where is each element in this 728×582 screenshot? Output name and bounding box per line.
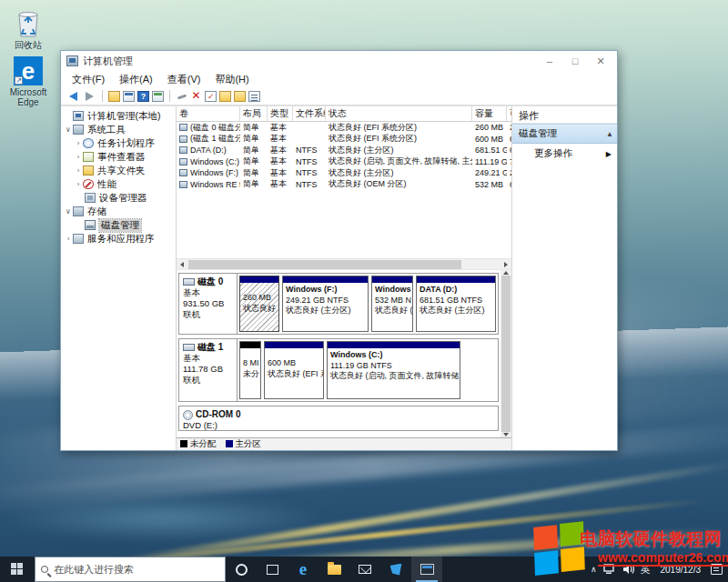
volume-row[interactable]: (磁盘 1 磁盘分区 2) 简单 基本 状态良好 (EFI 系统分区) 600 … (177, 134, 511, 146)
close-button[interactable]: ✕ (588, 52, 613, 70)
menu-file[interactable]: 文件(F) (65, 73, 112, 86)
volume-row[interactable]: Windows (C:) 简单 基本 NTFS 状态良好 (启动, 页面文件, … (177, 156, 511, 168)
back-icon[interactable] (66, 90, 80, 103)
chevron-right-icon[interactable]: › (74, 166, 83, 175)
ime-indicator[interactable]: 英 (641, 563, 651, 577)
properties-icon[interactable] (205, 91, 217, 102)
disk0-label[interactable]: 磁盘 0 基本 931.50 GB 联机 (179, 274, 238, 334)
menu-action[interactable]: 操作(A) (112, 73, 160, 86)
partition-unallocated[interactable]: 8 MI 未分 (239, 341, 261, 399)
col-type[interactable]: 类型 (268, 106, 293, 121)
hidden-icons-chevron[interactable]: ∧ (591, 565, 597, 574)
maximize-button[interactable]: □ (562, 52, 588, 70)
chevron-right-icon[interactable]: › (64, 235, 73, 243)
tree-item-device-manager[interactable]: 设备管理器 (61, 191, 176, 205)
vertical-scrollbar[interactable] (500, 270, 511, 437)
col-volume[interactable]: 卷 (177, 106, 240, 121)
col-layout[interactable]: 布局 (240, 106, 268, 121)
console-tree-icon[interactable] (123, 91, 135, 102)
tree-item-storage[interactable]: ∨ 存储 (61, 205, 176, 218)
menu-help[interactable]: 帮助(H) (207, 73, 256, 86)
start-button[interactable] (0, 557, 35, 582)
clock-date[interactable]: 2019/12/3 (657, 565, 705, 575)
volume-row[interactable]: Windows RE tools 简单 基本 NTFS 状态良好 (OEM 分区… (177, 179, 511, 191)
menu-view[interactable]: 查看(V) (160, 73, 208, 86)
speaker-icon[interactable] (622, 564, 634, 575)
chevron-right-icon[interactable]: › (74, 180, 83, 188)
recycle-bin-shortcut[interactable]: 回收站 (0, 7, 56, 50)
file-explorer-button[interactable] (318, 557, 349, 582)
actions-group-disk-management[interactable]: 磁盘管理 ▲ (512, 124, 617, 144)
taskbar-search[interactable] (35, 557, 226, 582)
horizontal-scrollbar[interactable] (177, 258, 511, 269)
cdrom-icon (183, 410, 193, 420)
tree-item-shared-folders[interactable]: › 共享文件夹 (61, 164, 176, 177)
search-input[interactable] (54, 564, 199, 575)
partition-data-d[interactable]: DATA (D:) 681.51 GB NTFS 状态良好 (主分区) (416, 276, 496, 332)
export-list-icon[interactable] (108, 91, 120, 102)
col-filesystem[interactable]: 文件系统 (293, 106, 326, 121)
partition-efi-disk1[interactable]: 600 MB 状态良好 (EFI 系统分 (264, 341, 324, 399)
disk0-row: 磁盘 0 基本 931.50 GB 联机 260 MB 状态良好 Window (178, 273, 499, 335)
view-list-icon[interactable] (248, 91, 260, 102)
task-view-button[interactable] (257, 557, 288, 582)
action-center-icon[interactable] (711, 564, 723, 575)
mail-button[interactable] (349, 557, 380, 582)
volume-row[interactable]: DATA (D:) 简单 基本 NTFS 状态良好 (主分区) 681.51 G… (177, 145, 511, 156)
light-streak (0, 496, 328, 541)
partition-windows-c[interactable]: Windows (C:) 111.19 GB NTFS 状态良好 (启动, 页面… (327, 341, 460, 399)
scroll-right-icon[interactable] (500, 259, 511, 270)
titlebar[interactable]: 计算机管理 – □ ✕ (61, 51, 617, 71)
edge-shortcut[interactable]: e ↗ Microsoft Edge (0, 56, 56, 107)
volume-list: 卷 布局 类型 文件系统 状态 容量 可用空间 (磁盘 0 磁盘分区 1) 简单… (177, 106, 511, 258)
tree-item-services[interactable]: › 服务和应用程序 (61, 232, 176, 246)
chevron-right-icon[interactable]: › (74, 139, 83, 147)
tree-root[interactable]: 计算机管理(本地) (61, 109, 176, 123)
tree-item-event-viewer[interactable]: › 事件查看器 (61, 150, 176, 164)
col-capacity[interactable]: 容量 (472, 106, 507, 121)
volume-row[interactable]: (磁盘 0 磁盘分区 1) 简单 基本 状态良好 (EFI 系统分区) 260 … (177, 122, 511, 134)
submenu-arrow-icon: ▶ (606, 150, 612, 158)
edge-taskbar-button[interactable]: e (288, 557, 318, 582)
partition-efi-disk0[interactable]: 260 MB 状态良好 (239, 276, 279, 332)
scroll-left-icon[interactable] (177, 259, 187, 270)
partition-windows-f[interactable]: Windows (F:) 249.21 GB NTFS 状态良好 (主分区) (282, 276, 369, 332)
collapse-icon[interactable]: ▲ (606, 130, 613, 138)
disk1-label[interactable]: 磁盘 1 基本 111.78 GB 联机 (179, 339, 238, 401)
chevron-down-icon[interactable]: ∨ (64, 125, 73, 134)
scroll-down-icon[interactable] (503, 433, 509, 436)
tree-item-disk-management[interactable]: 磁盘管理 (61, 218, 176, 232)
volume-row[interactable]: Windows (F:) 简单 基本 NTFS 状态良好 (主分区) 249.2… (177, 167, 511, 179)
forward-icon[interactable] (83, 90, 96, 103)
network-icon[interactable] (603, 564, 616, 575)
tree-item-task-scheduler[interactable]: › 任务计划程序 (61, 136, 176, 150)
primary-color-swatch (226, 440, 233, 447)
cdrom-label[interactable]: CD-ROM 0 DVD (E:) (179, 406, 498, 430)
show-action-pane-icon[interactable] (152, 91, 164, 102)
tree-item-system-tools[interactable]: ∨ 系统工具 (61, 123, 176, 136)
more-actions-item[interactable]: 更多操作 ▶ (512, 144, 617, 164)
extend-folder-icon[interactable] (234, 91, 246, 102)
volume-icon (179, 181, 187, 188)
store-button[interactable] (380, 557, 411, 582)
col-status[interactable]: 状态 (326, 106, 472, 121)
scrollbar-thumb[interactable] (188, 260, 461, 269)
cortana-button[interactable] (226, 557, 257, 582)
scroll-up-icon[interactable] (503, 271, 509, 275)
scrollbar-thumb[interactable] (501, 276, 511, 432)
delete-icon[interactable]: ✕ (190, 91, 202, 102)
volume-icon (179, 158, 187, 166)
chevron-down-icon[interactable]: ∨ (64, 207, 73, 216)
store-icon (390, 564, 402, 576)
minimize-button[interactable]: – (537, 52, 562, 70)
task-scheduler-icon (83, 138, 94, 148)
help-icon[interactable]: ? (137, 91, 149, 102)
window-title: 计算机管理 (83, 55, 537, 68)
wrench-icon[interactable] (176, 91, 187, 102)
computer-management-taskbar-button[interactable] (411, 557, 442, 582)
edge-icon: e (299, 557, 307, 581)
open-folder-icon[interactable] (219, 91, 231, 102)
chevron-right-icon[interactable]: › (74, 153, 83, 161)
partition-windows-re[interactable]: Windows 532 MB N 状态良好 ( (371, 276, 413, 332)
tree-item-performance[interactable]: › 性能 (61, 177, 176, 191)
